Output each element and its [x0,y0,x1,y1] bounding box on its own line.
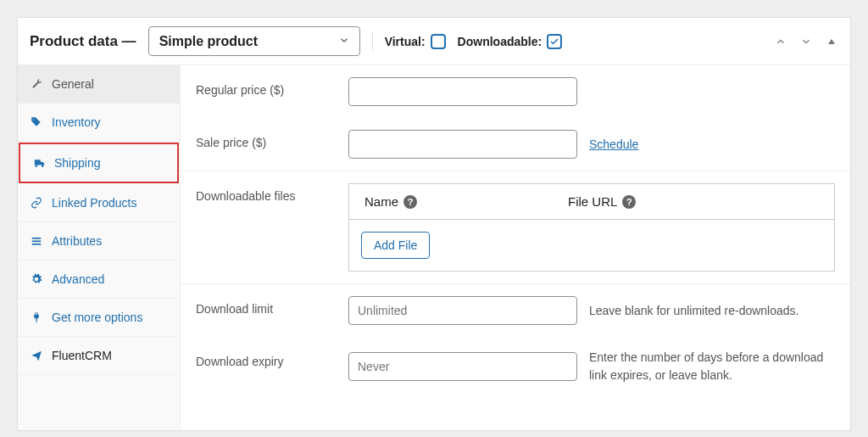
download-expiry-help: Enter the number of days before a downlo… [589,349,835,384]
tab-general-label: General [52,77,94,91]
download-limit-row: Download limit Leave blank for unlimited… [181,283,850,337]
product-type-select[interactable]: Simple product [148,26,360,56]
move-down-icon[interactable] [799,35,813,48]
tab-linked-products[interactable]: Linked Products [18,184,180,222]
panel-title: Product data — [30,33,136,50]
schedule-link[interactable]: Schedule [589,137,638,151]
tab-shipping-label: Shipping [54,156,101,170]
paper-plane-icon [30,349,43,362]
svg-rect-3 [32,244,42,245]
sale-price-input[interactable] [348,130,577,159]
tag-icon [30,115,43,129]
downloadable-files-label: Downloadable files [196,183,331,203]
help-icon[interactable]: ? [622,195,636,209]
downloadable-toggle: Downloadable: [458,34,563,49]
virtual-checkbox[interactable] [431,34,446,49]
tab-inventory[interactable]: Inventory [18,104,180,142]
regular-price-input[interactable] [348,77,577,106]
downloadable-label: Downloadable: [458,35,542,48]
add-file-button[interactable]: Add File [361,232,430,259]
help-icon[interactable]: ? [403,195,417,209]
truck-icon [32,156,46,170]
tab-advanced[interactable]: Advanced [18,261,180,299]
dl-table-head: Name ? File URL ? [349,184,834,220]
panel-header: Product data — Simple product Virtual: D… [18,18,850,65]
header-divider [372,32,373,51]
tab-advanced-label: Advanced [52,272,104,286]
svg-rect-2 [32,240,42,242]
tab-fluentcrm[interactable]: FluentCRM [18,337,180,375]
tab-inventory-label: Inventory [52,115,101,129]
product-data-panel: Product data — Simple product Virtual: D… [17,17,851,431]
sale-price-row: Sale price ($) Schedule [181,118,850,171]
tab-shipping[interactable]: Shipping [19,143,179,183]
download-limit-help: Leave blank for unlimited re-downloads. [589,302,798,320]
plug-icon [30,311,43,324]
tab-attributes-label: Attributes [52,234,102,248]
product-type-select-wrap: Simple product [148,26,360,56]
gear-icon [30,272,43,286]
tab-getmore-label: Get more options [52,311,142,324]
dl-table-body: Add File [349,220,834,271]
panel-body: General Inventory Shipping Linked Produc… [18,65,850,430]
download-expiry-label: Download expiry [196,349,331,368]
dl-col-name: Name ? [364,194,534,209]
downloadable-checkbox[interactable] [547,34,562,49]
tab-get-more-options[interactable]: Get more options [18,299,180,337]
sidebar: General Inventory Shipping Linked Produc… [18,65,181,430]
tab-attributes[interactable]: Attributes [18,222,180,261]
tab-linked-label: Linked Products [52,196,136,210]
wrench-icon [30,77,43,91]
panel-header-controls [774,35,838,48]
svg-rect-1 [32,238,42,239]
move-up-icon[interactable] [774,35,787,48]
download-expiry-row: Download expiry Enter the number of days… [181,337,850,396]
collapse-icon[interactable] [825,35,838,48]
download-expiry-input[interactable] [348,352,577,381]
tab-general[interactable]: General [18,65,180,104]
sale-price-label: Sale price ($) [196,130,331,149]
regular-price-row: Regular price ($) [181,65,850,118]
content-area: Regular price ($) Sale price ($) Schedul… [181,65,850,430]
list-icon [30,234,43,248]
link-icon [30,196,43,210]
downloadable-files-row: Downloadable files Name ? File URL ? [181,171,850,283]
virtual-toggle: Virtual: [385,34,446,49]
download-limit-input[interactable] [348,296,577,325]
svg-marker-0 [828,39,835,44]
dl-col-url: File URL ? [568,194,819,209]
downloadable-files-table: Name ? File URL ? Add File [348,183,835,272]
download-limit-label: Download limit [196,296,331,316]
tab-fluentcrm-label: FluentCRM [52,349,112,362]
virtual-label: Virtual: [385,35,426,48]
regular-price-label: Regular price ($) [196,77,331,97]
